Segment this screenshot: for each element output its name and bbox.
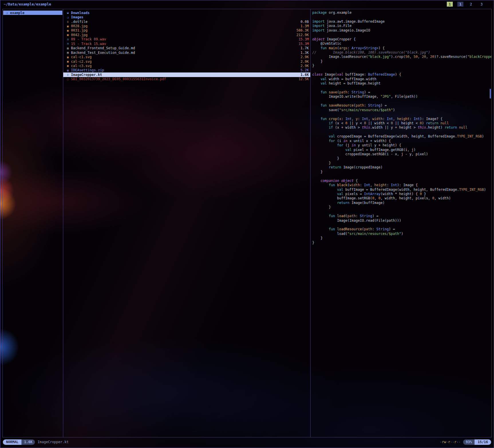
code-line: Image.loadResource("black.jpg").crop(50,…	[312, 55, 491, 59]
file-size: 12.5K	[296, 77, 309, 81]
image-icon: ▣	[67, 60, 71, 63]
code-line: fun crop(x: Int, y: Int, width: Int, hei…	[312, 117, 491, 121]
preview-pane: package org.exampleimport java.awt.image…	[311, 9, 491, 437]
file-icon: ▯	[67, 73, 71, 76]
download-icon: ◒	[67, 11, 71, 14]
code-line: import java.awt.image.BufferedImage	[312, 19, 491, 24]
file-row[interactable]: ∩15 - Track 15.wav15.3M	[63, 42, 310, 46]
current-pane: ◒Downloads❏Images▯.dotfile0.0B▣0028.jpg1…	[63, 9, 310, 437]
audio-icon: ∩	[67, 38, 71, 41]
file-name: Backend_Test_Execution_Guide.md	[71, 51, 135, 55]
code-line	[312, 99, 491, 103]
code-line: }	[312, 59, 491, 64]
code-line: }	[312, 205, 491, 209]
tab-bar: 1123	[447, 2, 485, 7]
file-row[interactable]: ▯.dotfile0.0B	[63, 19, 310, 24]
image-icon: ▣	[67, 25, 71, 28]
file-row[interactable]: ▣0028.jpg1.3M	[63, 24, 310, 28]
file-name: cal-c3.svg	[71, 64, 92, 68]
code-line	[312, 86, 491, 90]
code-line: @JvmStatic	[312, 42, 491, 46]
code-line: import javax.imageio.ImageIO	[312, 28, 491, 33]
file-name: 0042.jpg	[71, 33, 88, 37]
code-line	[312, 112, 491, 117]
code-line: fun black(width: Int, height: Int): Imag…	[312, 183, 491, 187]
code-line: if (x < 0 || y < 0 || width < 0 || heigh…	[312, 121, 491, 125]
tab-2[interactable]: 1	[457, 2, 463, 7]
file-list: ◒Downloads❏Images▯.dotfile0.0B▣0028.jpg1…	[63, 9, 310, 81]
file-icon: ▯	[67, 20, 71, 23]
preview-scrollbar-thumb[interactable]	[490, 89, 491, 99]
file-size: 1.7K	[298, 46, 309, 50]
code-line: fun loadResource(path: String) =	[312, 227, 491, 231]
code-line	[312, 68, 491, 72]
file-name: IDEAsettings.zip	[71, 68, 104, 72]
file-row[interactable]: ∩09 - Track 09.wav15.3M	[63, 37, 310, 42]
panes-container: ❏example ◒Downloads❏Images▯.dotfile0.0B▣…	[2, 9, 492, 437]
file-row[interactable]: ▣0042.jpg212.9K	[63, 33, 310, 37]
mode-pill: NORMAL1.6K	[3, 439, 35, 445]
parent-list: ❏example	[3, 9, 63, 15]
top-bar: ~/Data/example/example 1123	[0, 0, 494, 9]
code-line	[312, 174, 491, 178]
file-row[interactable]: ▤Backend_Frontend_Setup_Guide.md1.7K	[63, 46, 310, 50]
file-name: cal-c1.svg	[71, 55, 92, 59]
code-line: buffImage.setRGB(0, 0, width, height, pi…	[312, 196, 491, 201]
cursor-position-badge: 15/16	[475, 439, 491, 445]
code-line: for (i in x until x + width) {	[312, 139, 491, 143]
code-line: croppedImage.setRGB(i - x, j - y, pixel)	[312, 152, 491, 156]
file-row[interactable]: ▣cal-c2.svg2.9K	[63, 59, 310, 64]
file-row[interactable]: ▢SBI_0032013739_2023_DE05_0003155631Invo…	[63, 77, 310, 81]
file-row[interactable]: ▯ImageCropper.kt1.6K	[63, 72, 310, 77]
file-row[interactable]: ▤Backend_Test_Execution_Guide.md1.3K	[63, 50, 310, 55]
tab-4[interactable]: 3	[479, 2, 485, 7]
file-row[interactable]: ▣cal-c3.svg2.9K	[63, 64, 310, 68]
tab-1[interactable]: 1	[447, 2, 453, 7]
code-line: }	[312, 241, 491, 245]
code-line: companion object {	[312, 179, 491, 183]
code-line: val croppedImage = BufferedImage(width, …	[312, 134, 491, 139]
file-row[interactable]: ❏Images	[63, 15, 310, 19]
pdf-icon: ▢	[67, 78, 71, 81]
file-row[interactable]: ▣cal-c1.svg2.9K	[63, 55, 310, 59]
code-line: load("src/main/resources/$path")	[312, 232, 491, 236]
file-name: Images	[71, 15, 83, 19]
file-size: 15.3M	[296, 37, 309, 41]
file-size: 2.9K	[298, 64, 309, 68]
code-line: val width = buffImage.width	[312, 77, 491, 81]
file-row[interactable]: ❏example	[3, 11, 62, 15]
tab-3[interactable]: 2	[468, 2, 474, 7]
file-name: 0028.jpg	[71, 24, 88, 28]
permissions-label: -rw-r--r--	[440, 439, 461, 445]
file-name: SBI_0032013739_2023_DE05_0003155631Invoi…	[71, 77, 166, 81]
code-line: Image(ImageIO.read(File(path)))	[312, 219, 491, 223]
audio-icon: ∩	[67, 42, 71, 45]
folder-icon: ❏	[6, 11, 10, 14]
file-row[interactable]: ▥IDEAsettings.zip5.2K	[63, 68, 310, 72]
file-size-badge: 1.6K	[21, 439, 35, 445]
file-name: 15 - Track 15.wav	[71, 42, 106, 46]
file-size: 1.6K	[298, 73, 309, 77]
code-line: save("src/main/resources/$path")	[312, 108, 491, 112]
file-name: ImageCropper.kt	[71, 73, 102, 77]
file-size: 15.3M	[296, 42, 309, 46]
markdown-icon: ▤	[67, 47, 71, 50]
file-size: 212.9K	[294, 33, 309, 37]
breadcrumb-path: ~/Data/example/example	[4, 2, 51, 6]
code-line: fun load(path: String) =	[312, 214, 491, 218]
code-line: import java.io.File	[312, 24, 491, 28]
file-size: 1.3M	[298, 24, 309, 28]
code-line: }	[312, 64, 491, 68]
code-line	[312, 223, 491, 227]
code-line: for (j in y until y + height) {	[312, 143, 491, 148]
file-row[interactable]: ▣0031.jpg586.3K	[63, 28, 310, 33]
image-icon: ▣	[67, 56, 71, 59]
code-line: return Image(croppedImage)	[312, 165, 491, 170]
file-row[interactable]: ◒Downloads	[63, 11, 310, 15]
file-name: .dotfile	[71, 20, 88, 24]
file-size: 0.0B	[298, 20, 309, 24]
file-name: Backend_Frontend_Setup_Guide.md	[71, 46, 135, 50]
mode-badge: NORMAL	[3, 439, 21, 445]
code-line: fun saveResource(path: String) =	[312, 103, 491, 108]
code-line	[312, 130, 491, 134]
